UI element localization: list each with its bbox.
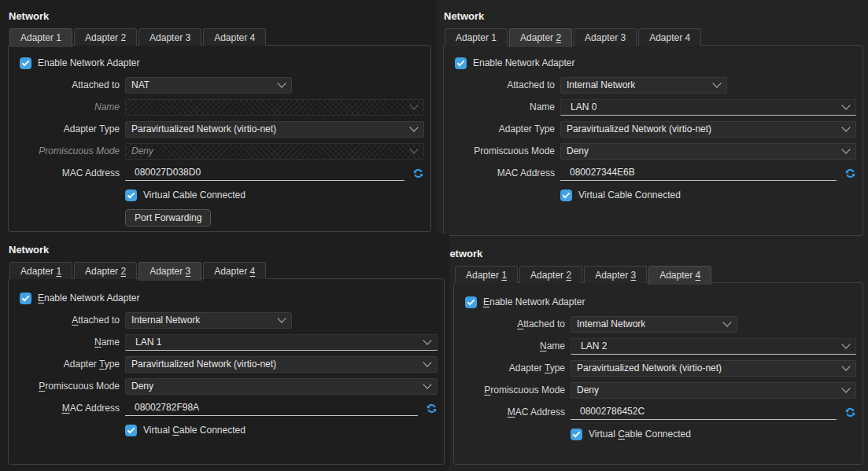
adapter-type-select[interactable]: Paravirtualized Network (virtio-net) [125,121,424,138]
adapter-type-select[interactable]: Paravirtualized Network (virtio-net) [571,360,856,377]
name-select[interactable]: LAN 2 [571,338,856,355]
tab-adapter-2[interactable]: Adapter 2 [519,266,582,283]
network-settings-window-adapter3: Network Adapter 1 Adapter 2 Adapter 3 Ad… [0,234,449,471]
network-settings-window-adapter4: Network Adapter 1 Adapter 2 Adapter 3 Ad… [445,237,868,471]
promiscuous-mode-value: Deny [567,145,589,156]
attached-to-select[interactable]: Internal Network [560,77,727,94]
generate-mac-button[interactable] [425,402,438,414]
chevron-down-icon [841,123,850,131]
mac-address-row: MAC Address [454,404,862,420]
chevron-down-icon [409,101,418,109]
page-title: Network [9,244,49,256]
adapter-type-select[interactable]: Paravirtualized Network (virtio-net) [560,121,856,138]
tab-adapter-2[interactable]: Adapter 2 [74,28,137,46]
adapter-type-label: Adapter Type [444,123,560,134]
attached-to-select[interactable]: NAT [125,77,292,94]
name-label: Name [454,340,571,351]
enable-network-adapter-row: Enable Network Adapter [444,55,862,71]
name-value: LAN 2 [581,340,607,351]
mac-address-field[interactable] [560,165,837,181]
adapter-type-row: Adapter Type Paravirtualized Network (vi… [9,121,430,137]
virtual-cable-label: Virtual Cable Connected [143,425,246,436]
port-forwarding-row: Port Forwarding [125,209,430,226]
adapter-type-label: Adapter Type [9,123,125,134]
tab-adapter-2[interactable]: Adapter 2 [509,28,572,47]
chevron-down-icon [277,314,286,322]
promiscuous-mode-select[interactable]: Deny [571,382,856,399]
adapter-type-select[interactable]: Paravirtualized Network (virtio-net) [125,356,438,373]
network-settings-window-adapter1: Network Adapter 1 Adapter 2 Adapter 3 Ad… [0,0,436,234]
virtual-cable-checkbox[interactable] [560,190,572,201]
page-title: Network [9,10,49,22]
enable-network-adapter-checkbox[interactable] [455,57,467,69]
enable-network-adapter-row: Enable Network Adapter [9,290,444,306]
name-label: Name [9,101,125,112]
mac-address-label: MAC Address [9,403,125,414]
attached-to-select[interactable]: Internal Network [125,312,292,329]
name-row: Name LAN 2 [454,338,862,354]
virtual-cable-row: Virtual Cable Connected [125,187,430,203]
promiscuous-mode-value: Deny [131,381,153,392]
promiscuous-mode-select[interactable]: Deny [125,378,438,395]
name-row: Name LAN 0 [444,99,862,115]
enable-network-adapter-row: Enable Network Adapter [9,55,430,71]
generate-mac-button[interactable] [412,167,424,179]
name-row: Name [9,99,430,115]
mac-address-field[interactable] [125,400,418,416]
tab-adapter-1[interactable]: Adapter 1 [9,28,72,47]
enable-network-adapter-checkbox[interactable] [465,296,477,308]
attached-to-value: Internal Network [567,79,635,90]
generate-mac-button[interactable] [844,167,856,179]
mac-address-label: MAC Address [9,167,125,178]
attached-to-label: Attached to [454,318,571,329]
promiscuous-mode-select[interactable]: Deny [560,143,856,160]
tab-adapter-1[interactable]: Adapter 1 [455,266,518,283]
generate-mac-button[interactable] [844,406,856,418]
mac-address-field[interactable] [571,404,837,420]
name-select[interactable]: LAN 1 [125,334,438,351]
enable-network-adapter-row: Enable Network Adapter [454,294,862,310]
tab-adapter-3[interactable]: Adapter 3 [574,28,637,46]
tab-adapter-4[interactable]: Adapter 4 [203,28,266,46]
promiscuous-mode-row: Promiscuous Mode Deny [9,143,430,159]
adapter-settings-group: Enable Network Adapter Attached to Inter… [443,45,863,236]
name-label: Name [444,101,560,112]
tab-adapter-3[interactable]: Adapter 3 [139,262,201,281]
enable-network-adapter-checkbox[interactable] [20,57,31,69]
chevron-down-icon [841,340,850,348]
attached-to-value: Internal Network [577,318,645,329]
tab-adapter-1[interactable]: Adapter 1 [9,262,72,279]
chevron-down-icon [841,384,850,392]
virtual-cable-row: Virtual Cable Connected [560,187,862,203]
tab-adapter-4[interactable]: Adapter 4 [638,28,701,46]
chevron-down-icon [423,358,431,366]
promiscuous-mode-select: Deny [125,143,424,160]
promiscuous-mode-label: Promiscuous Mode [9,381,125,392]
attached-to-select[interactable]: Internal Network [571,316,737,333]
port-forwarding-button[interactable]: Port Forwarding [125,209,211,226]
enable-network-adapter-checkbox[interactable] [20,293,31,304]
attached-to-value: NAT [131,79,150,90]
mac-address-field[interactable] [125,165,404,181]
chevron-down-icon [841,101,850,109]
tab-adapter-4[interactable]: Adapter 4 [648,266,711,285]
chevron-down-icon [409,145,418,153]
virtual-cable-checkbox[interactable] [125,425,137,436]
virtual-cable-checkbox[interactable] [571,429,582,440]
name-row: Name LAN 1 [9,334,444,350]
chevron-down-icon [841,362,850,370]
name-select[interactable]: LAN 0 [560,99,856,116]
adapter-tabbar: Adapter 1 Adapter 2 Adapter 3 Adapter 4 [455,266,711,285]
virtual-cable-checkbox[interactable] [125,190,137,201]
tab-adapter-1[interactable]: Adapter 1 [445,28,508,46]
adapter-settings-group: Enable Network Adapter Attached to Inter… [453,282,863,465]
adapter-tabbar: Adapter 1 Adapter 2 Adapter 3 Adapter 4 [445,28,701,47]
tab-adapter-2[interactable]: Adapter 2 [74,262,137,279]
tab-adapter-4[interactable]: Adapter 4 [203,262,266,279]
enable-network-adapter-label: Enable Network Adapter [38,57,139,68]
tab-adapter-3[interactable]: Adapter 3 [584,266,647,283]
tab-adapter-3[interactable]: Adapter 3 [139,28,201,46]
virtual-cable-row: Virtual Cable Connected [571,426,862,442]
chevron-down-icon [841,145,850,153]
chevron-down-icon [712,79,721,87]
